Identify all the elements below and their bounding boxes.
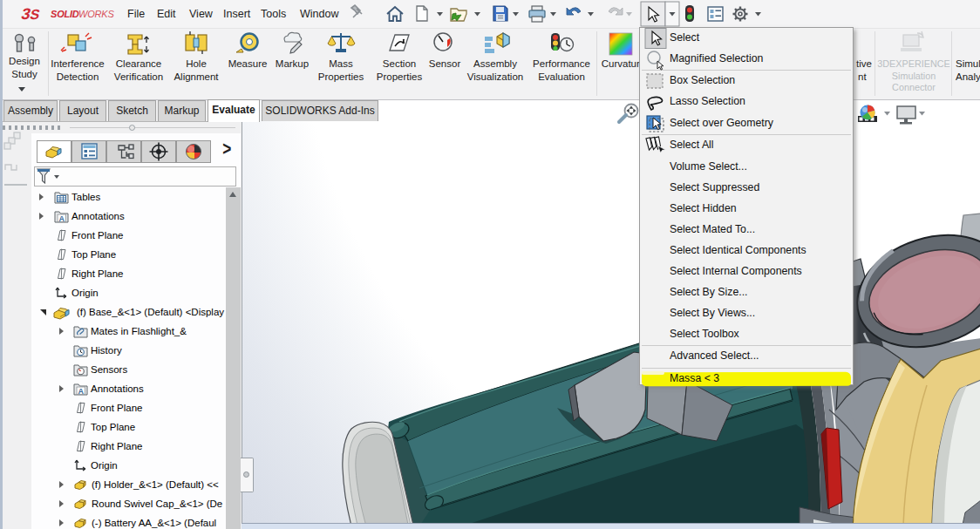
svg-text:A: A	[59, 214, 65, 223]
svg-text:WORKS: WORKS	[78, 9, 114, 19]
svg-text:A: A	[78, 387, 85, 396]
svg-text:SOLID: SOLID	[51, 9, 79, 19]
